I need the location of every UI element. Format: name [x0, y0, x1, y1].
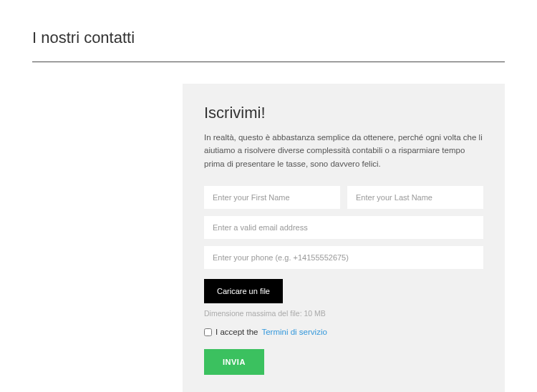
- submit-button[interactable]: INVIA: [204, 349, 264, 375]
- accept-label: I accept the: [216, 328, 258, 336]
- last-name-input[interactable]: [347, 186, 483, 209]
- file-size-hint: Dimensione massima del file: 10 MB: [204, 309, 483, 318]
- page-title: I nostri contatti: [32, 29, 505, 47]
- form-description: In realtà, questo è abbastanza semplice …: [204, 131, 483, 170]
- phone-input[interactable]: [204, 246, 483, 269]
- terms-link[interactable]: Termini di servizio: [261, 328, 326, 336]
- name-row: [204, 186, 483, 209]
- email-input[interactable]: [204, 216, 483, 239]
- first-name-input[interactable]: [204, 186, 340, 209]
- form-title: Iscrivimi!: [204, 104, 483, 122]
- divider: [32, 62, 505, 62]
- upload-file-button[interactable]: Caricare un file: [204, 279, 283, 303]
- signup-form: Iscrivimi! In realtà, questo è abbastanz…: [183, 84, 505, 392]
- accept-terms-checkbox[interactable]: [204, 328, 212, 336]
- terms-row: I accept the Termini di servizio: [204, 328, 483, 336]
